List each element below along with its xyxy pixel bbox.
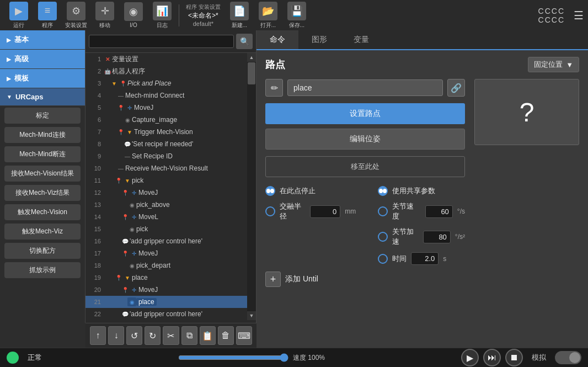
sidebar-btn-receive-viz[interactable]: 接收Mech-Viz结果 [4,185,81,201]
tree-row-16[interactable]: 16 💬 'add gripper control here' [85,235,247,247]
toolbar-log[interactable]: 📊 日志 [148,2,177,29]
blend-radius-input[interactable] [310,205,340,218]
pin-icon: 📍 [121,188,130,197]
sidebar-btn-pick-place[interactable]: 抓放示例 [4,262,81,278]
tree-row-6[interactable]: 6 ◉ Capture_image [85,114,247,126]
step-btn[interactable]: ⏭ [483,349,501,366]
tree-row-14[interactable]: 14 📍 ✛ MoveL [85,211,247,223]
joint-accel-input[interactable] [423,231,451,243]
add-until-btn[interactable]: + [265,272,281,287]
tree-row-5[interactable]: 5 📍 ✛ MoveJ [85,102,247,114]
mode-toggle[interactable] [555,351,581,364]
panel-right-col: ? [472,79,579,287]
3d-preview-box: ? [474,79,579,145]
tree-row-17[interactable]: 17 📍 ✛ MoveJ [85,247,247,259]
joint-speed-radio[interactable] [378,206,388,216]
tree-row-11[interactable]: 11 📍 ▼ pick [85,174,247,187]
blend-radius-radio[interactable] [265,206,275,216]
sidebar-btn-trigger-vision[interactable]: 触发Mech-Vision [4,204,81,220]
sidebar-btn-standard[interactable]: 标定 [4,108,81,124]
search-input[interactable] [89,35,234,48]
time-radio[interactable] [378,254,388,264]
pin-icon: 📍 [116,103,125,112]
speed-slider[interactable] [178,353,288,362]
right-panel: 命令 图形 变量 路点 固定位置 ▼ ✏ 🔗 [256,30,588,323]
sidebar-btn-receive-vision[interactable]: 接收Mech-Vision结果 [4,166,81,182]
position-type-dropdown[interactable]: 固定位置 ▼ [528,57,579,72]
hamburger-menu[interactable]: ☰ [574,9,584,22]
stop-at-point-radio[interactable] [265,186,275,196]
keyboard-btn[interactable]: ⌨ [236,326,252,345]
tree-row-21[interactable]: 21 ◉ place [85,296,247,308]
link-btn[interactable]: 🔗 [447,79,465,97]
sidebar-btn-mech-disconnect[interactable]: Mech-Mind断连 [4,146,81,162]
tree-row-9[interactable]: 9 — Set Recipe ID [85,150,247,162]
move-here-btn[interactable]: 移至此处 [265,156,465,177]
tree-row-3[interactable]: 3 ▼ 📍 Pick and Place [85,77,247,89]
tree-row-10[interactable]: 10 — Receive Mech-Vision Result [85,162,247,174]
toolbar-open[interactable]: 📂 打开... [254,2,282,29]
sidebar-section-urcaps[interactable]: ▼ URCaps [0,88,85,106]
tree-row-18[interactable]: 18 ◉ pick_depart [85,259,247,272]
edit-name-btn[interactable]: ✏ [265,79,283,97]
joint-speed-unit: °/s [457,208,465,215]
play-btn[interactable]: ▶ [461,349,479,366]
move-up-btn[interactable]: ↑ [90,326,106,345]
cut-btn[interactable]: ✂ [163,326,179,345]
sidebar-btn-switch-recipe[interactable]: 切换配方 [4,243,81,259]
scroll-up-btn[interactable]: ▲ [247,53,256,62]
sidebar-btn-mech-connect[interactable]: Mech-Mind连接 [4,127,81,143]
install-icon: ⚙ [67,2,85,20]
tab-variables[interactable]: 变量 [340,30,382,49]
tab-command[interactable]: 命令 [256,30,298,50]
joint-accel-radio[interactable] [378,232,388,242]
tree-row-2[interactable]: 2 🤖 机器人程序 [85,65,247,77]
joint-speed-input[interactable] [425,205,453,218]
scroll-thumb[interactable] [248,62,255,84]
tree-main: 1 ✕ 变量设置 2 🤖 机器人程序 3 ▼ 📍 Pick and Place [85,53,247,320]
stop-btn[interactable]: ⏹ [505,349,523,366]
paste-btn[interactable]: 📋 [200,326,216,345]
scroll-track [247,62,256,311]
tree-row-8[interactable]: 8 💬 'Set recipe if needed' [85,138,247,150]
sidebar-section-advanced[interactable]: ▶ 高级 [0,50,85,69]
toolbar-move[interactable]: ✛ 移动 [90,2,119,29]
right-bottom-spacer [256,323,588,348]
sidebar-section-basic[interactable]: ▶ 基本 [0,30,85,50]
redo-btn[interactable]: ↻ [145,326,161,345]
set-waypoint-btn[interactable]: 设置路点 [265,103,465,124]
tree-row-13[interactable]: 13 ◉ pick_above [85,199,247,211]
toolbar-run[interactable]: ▶ 运行 [4,2,33,29]
tree-label: MoveJ [138,189,158,196]
undo-btn[interactable]: ↺ [126,326,142,345]
toolbar-right: CCCC CCCC ☰ [538,7,584,24]
tree-row-22[interactable]: 22 💬 'add gripper control here' [85,308,247,320]
use-shared-radio[interactable] [378,186,388,196]
tree-row-4[interactable]: 4 — Mech-mind Connect [85,89,247,102]
toolbar-program[interactable]: ≡ 程序 [33,2,62,29]
tree-row-15[interactable]: 15 ◉ pick [85,223,247,235]
scroll-down-btn[interactable]: ▼ [247,311,256,320]
delete-btn[interactable]: 🗑 [218,326,234,345]
toolbar-save[interactable]: 💾 保存... [282,2,311,29]
edit-pose-btn[interactable]: 编辑位姿 [265,129,465,150]
toolbar-io[interactable]: ◉ I/O [119,2,148,29]
open-label: 打开... [260,22,276,29]
search-button[interactable]: 🔍 [236,34,253,49]
tree-label: pick_depart [136,262,170,269]
tree-row-12[interactable]: 12 📍 ✛ MoveJ [85,187,247,199]
move-down-btn[interactable]: ↓ [108,326,124,345]
time-input[interactable] [411,252,439,265]
tree-row-19[interactable]: 19 📍 ▼ place [85,272,247,284]
tree-row-7[interactable]: 7 📍 ▼ Trigger Mech-Vision [85,126,247,138]
tree-row-1[interactable]: 1 ✕ 变量设置 [85,53,247,65]
toolbar-install[interactable]: ⚙ 安装设置 [62,2,90,29]
waypoint-name-input[interactable] [287,79,443,96]
toolbar-new[interactable]: 📄 新建... [225,2,254,29]
line-num: 4 [88,92,101,99]
sidebar-section-template[interactable]: ▶ 模板 [0,69,85,88]
copy-btn[interactable]: ⧉ [181,326,197,345]
tree-row-20[interactable]: 20 📍 ✛ MoveJ [85,284,247,296]
tab-graphic[interactable]: 图形 [298,30,340,49]
sidebar-btn-trigger-viz[interactable]: 触发Mech-Viz [4,224,81,240]
